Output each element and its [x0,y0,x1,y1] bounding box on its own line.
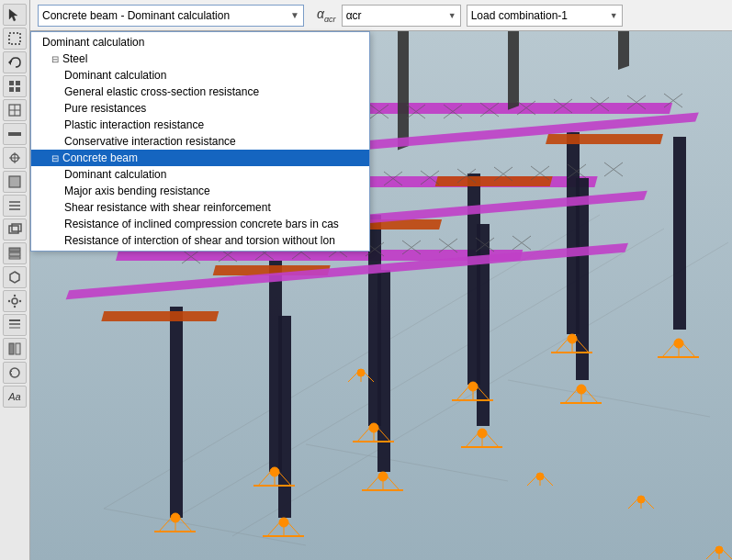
concrete-section-label: Concrete beam [62,151,138,164]
menu-item-steel-pure[interactable]: Pure resistances [31,100,369,117]
svg-rect-65 [435,176,553,186]
svg-marker-2 [8,60,11,65]
calculation-dropdown-container[interactable]: Concrete beam - Dominant calculation ▼ [38,5,304,27]
left-toolbar: Aa [0,0,30,560]
dropdown-selected-value: Concrete beam - Dominant calculation [42,9,230,22]
text-icon: Aa [8,391,20,402]
dropdown-menu[interactable]: Dominant calculation ⊟ Steel Dominant ca… [30,31,370,252]
cursor-tool[interactable] [3,4,27,26]
svg-rect-62 [101,311,219,321]
svg-rect-52 [170,307,183,518]
svg-rect-5 [9,87,14,92]
svg-rect-4 [16,81,20,85]
steel-section-label: Steel [62,52,87,65]
settings-tool[interactable] [3,290,27,312]
svg-rect-33 [16,343,20,354]
svg-point-34 [10,368,19,377]
svg-rect-32 [9,343,14,354]
lines-tool[interactable] [3,314,27,336]
svg-rect-1 [9,33,20,44]
svg-marker-23 [10,272,19,283]
view-tool[interactable] [3,99,27,121]
menu-item-steel-conservative[interactable]: Conservative interaction resistance [31,133,369,150]
svg-rect-66 [546,134,663,144]
svg-point-27 [8,300,10,302]
load-combo-value: Load combination-1 [471,9,568,22]
svg-point-24 [12,298,17,304]
menu-section-steel[interactable]: ⊟ Steel [31,50,369,67]
alpha-label: ααcr [317,6,336,24]
menu-section-concrete[interactable]: ⊟ Concrete beam [31,150,369,166]
svg-rect-51 [618,31,629,70]
menu-item-steel-plastic[interactable]: Plastic interaction resistance [31,117,369,133]
svg-point-26 [14,306,16,308]
tree-expand-icon: ⊟ [51,153,59,163]
select-tool[interactable] [3,28,27,50]
text-tool[interactable]: Aa [3,386,27,408]
alpha-combo-select[interactable]: αcr ▼ [342,5,461,27]
svg-rect-6 [16,87,20,92]
svg-rect-61 [673,137,686,330]
svg-rect-59 [477,224,490,426]
tree-collapse-icon: ⊟ [51,54,59,64]
menu-item-steel-dominant[interactable]: Dominant calculation [31,67,369,84]
svg-rect-10 [8,132,21,136]
beam-tool[interactable] [3,123,27,145]
svg-rect-14 [9,176,20,187]
hex-tool[interactable] [3,266,27,288]
list-tool[interactable] [3,195,27,217]
menu-item-concrete-interction[interactable]: Resistance of interction of shear and to… [31,232,369,249]
transform-tool[interactable] [3,362,27,384]
svg-rect-57 [278,316,291,518]
menu-item-concrete-shear[interactable]: Shear resistance with shear reinforcemen… [31,199,369,216]
alpha-combo-arrow: ▼ [448,11,456,20]
svg-rect-3 [9,81,14,85]
svg-rect-19 [12,224,21,231]
svg-rect-50 [508,31,519,110]
calculation-dropdown[interactable]: Concrete beam - Dominant calculation ▼ [38,5,304,27]
svg-marker-0 [9,9,17,21]
node-tool[interactable] [3,147,27,169]
svg-rect-49 [398,31,409,150]
svg-point-28 [19,300,21,302]
menu-item-concrete-inclined[interactable]: Resistance of inclined compression concr… [31,216,369,232]
svg-rect-20 [9,248,20,252]
grid-tool[interactable] [3,75,27,97]
menu-item-dominant[interactable]: Dominant calculation [31,34,369,50]
load-combo-select[interactable]: Load combination-1 ▼ [467,5,623,27]
top-bar: Concrete beam - Dominant calculation ▼ α… [30,0,732,31]
menu-item-steel-general[interactable]: General elastic cross-section resistance [31,84,369,100]
undo-tool[interactable] [3,51,27,73]
dropdown-arrow-icon: ▼ [290,10,299,20]
layer-tool[interactable] [3,242,27,264]
menu-item-concrete-major[interactable]: Major axis bending resistance [31,183,369,199]
svg-rect-21 [9,252,20,256]
svg-point-25 [14,295,16,297]
surface-tool[interactable] [3,171,27,193]
alpha-combo-value: αcr [346,9,362,22]
load-combo-arrow: ▼ [610,11,618,20]
svg-rect-18 [9,226,18,233]
box-tool[interactable] [3,218,27,241]
panel-tool[interactable] [3,338,27,360]
menu-item-concrete-dominant[interactable]: Dominant calculation [31,166,369,183]
svg-rect-22 [9,257,20,259]
